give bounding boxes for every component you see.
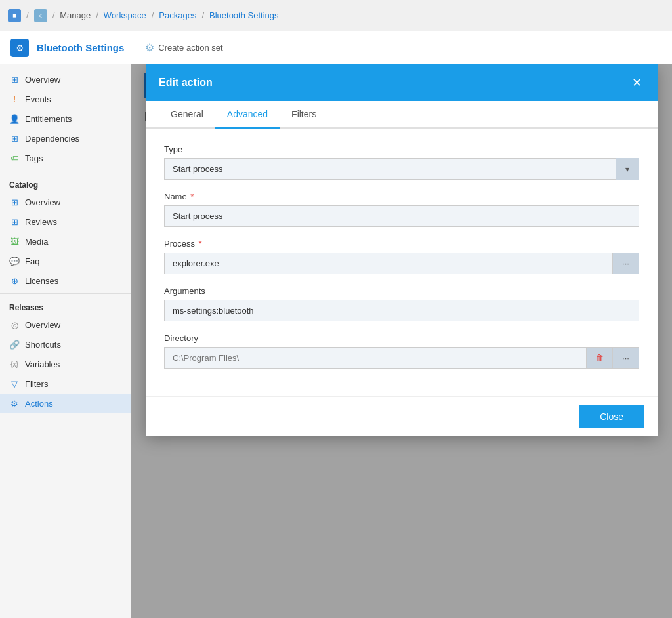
shortcuts-icon: 🔗: [9, 339, 20, 350]
edit-action-modal: Edit action ✕ General Advanced Filters T…: [146, 64, 658, 436]
type-label: Type: [164, 144, 639, 154]
sidebar-item-actions[interactable]: ⚙ Actions: [0, 394, 131, 413]
modal-overlay: Edit action ✕ General Advanced Filters T…: [131, 64, 672, 618]
directory-input-group: 🗑 ···: [164, 347, 639, 369]
sidebar-item-filters[interactable]: ▽ Filters: [0, 374, 131, 394]
sidebar-item-label: Overview: [25, 320, 60, 330]
sidebar-item-media[interactable]: 🖼 Media: [0, 232, 131, 251]
sidebar-item-licenses[interactable]: ⊕ Licenses: [0, 271, 131, 291]
sidebar-item-shortcuts[interactable]: 🔗 Shortcuts: [0, 335, 131, 354]
action-set-icon: ⚙: [145, 41, 154, 54]
sidebar-item-rel-overview[interactable]: ◎ Overview: [0, 315, 131, 335]
arguments-input[interactable]: [164, 300, 639, 321]
sidebar-item-cat-overview[interactable]: ⊞ Overview: [0, 192, 131, 212]
faq-icon: 💬: [9, 256, 20, 266]
app-title: Bluetooth Settings: [37, 42, 124, 53]
create-action-set-button[interactable]: ⚙ Create action set: [145, 41, 222, 54]
sidebar-item-label: Overview: [25, 197, 60, 207]
directory-browse-button[interactable]: ···: [613, 347, 639, 369]
name-label: Name *: [164, 192, 639, 201]
sidebar-item-faq[interactable]: 💬 Faq: [0, 251, 131, 271]
app-icon: ⚙: [10, 39, 29, 57]
variables-icon: {x}: [9, 359, 20, 369]
modal-tab-general[interactable]: General: [159, 101, 215, 129]
process-input-group: ···: [164, 253, 639, 274]
sidebar-item-events[interactable]: ! Events: [0, 89, 131, 109]
sidebar-item-label: Faq: [25, 257, 39, 266]
entitlements-icon: 👤: [9, 113, 20, 124]
process-label: Process *: [164, 239, 639, 249]
filters-icon: ▽: [9, 379, 20, 389]
name-input[interactable]: [164, 205, 639, 227]
type-input[interactable]: [164, 158, 639, 180]
reviews-icon: ⊞: [9, 216, 20, 227]
process-required: *: [196, 239, 202, 249]
sidebar-item-label: Shortcuts: [25, 340, 61, 350]
back-icon[interactable]: ◁: [34, 9, 47, 22]
breadcrumb-workspace[interactable]: Workspace: [104, 10, 146, 20]
sidebar: ⊞ Overview ! Events 👤 Entitlements ⊞ Dep…: [0, 64, 131, 618]
tags-icon: 🏷: [9, 153, 20, 163]
directory-input[interactable]: [164, 347, 587, 369]
directory-btn-group: 🗑 ···: [587, 347, 639, 369]
sidebar-item-label: Overview: [25, 75, 60, 85]
modal-tab-filters[interactable]: Filters: [280, 101, 328, 129]
directory-label: Directory: [164, 333, 639, 343]
sidebar-item-tags[interactable]: 🏷 Tags: [0, 148, 131, 168]
releases-section-label: Releases: [0, 297, 131, 315]
modal-close-button[interactable]: ✕: [629, 75, 644, 91]
sidebar-item-label: Entitlements: [25, 114, 72, 124]
arguments-label: Arguments: [164, 286, 639, 296]
cat-overview-icon: ⊞: [9, 197, 20, 207]
directory-delete-button[interactable]: 🗑: [587, 347, 613, 369]
overview-icon: ⊞: [9, 74, 20, 85]
arguments-form-group: Arguments: [164, 286, 639, 321]
breadcrumb-manage[interactable]: Manage: [60, 10, 91, 20]
actions-icon: ⚙: [9, 398, 20, 409]
name-required: *: [188, 192, 194, 201]
sidebar-item-label: Media: [25, 237, 48, 247]
process-form-group: Process * ···: [164, 239, 639, 274]
sidebar-item-label: Variables: [25, 360, 60, 369]
breadcrumb-current: Bluetooth Settings: [209, 10, 279, 20]
dependencies-icon: ⊞: [9, 133, 20, 144]
sidebar-item-variables[interactable]: {x} Variables: [0, 354, 131, 374]
type-form-group: Type ▾: [164, 144, 639, 180]
sidebar-item-label: Dependencies: [25, 134, 79, 144]
modal-body: Type ▾ Name *: [146, 129, 658, 396]
breadcrumb-packages[interactable]: Packages: [159, 10, 196, 20]
modal-tabs: General Advanced Filters: [146, 101, 658, 129]
sidebar-item-label: Tags: [25, 154, 43, 163]
process-browse-button[interactable]: ···: [613, 253, 639, 274]
catalog-section-label: Catalog: [0, 174, 131, 192]
main-layout: ⊞ Overview ! Events 👤 Entitlements ⊞ Dep…: [0, 64, 672, 618]
process-input[interactable]: [164, 253, 613, 274]
sidebar-item-label: Licenses: [25, 276, 58, 286]
media-icon: 🖼: [9, 236, 20, 247]
modal-header: Edit action ✕: [146, 64, 658, 101]
sidebar-item-dependencies[interactable]: ⊞ Dependencies: [0, 129, 131, 148]
sidebar-item-entitlements[interactable]: 👤 Entitlements: [0, 109, 131, 129]
sidebar-item-overview[interactable]: ⊞ Overview: [0, 70, 131, 89]
action-set-label: Create action set: [158, 43, 222, 52]
sidebar-item-label: Events: [25, 94, 51, 104]
modal-close-btn[interactable]: Close: [579, 405, 644, 428]
modal-footer: Close: [146, 396, 658, 436]
licenses-icon: ⊕: [9, 276, 20, 286]
rel-overview-icon: ◎: [9, 319, 20, 330]
modal-tab-advanced[interactable]: Advanced: [215, 101, 280, 129]
app-header: ⚙ Bluetooth Settings ⚙ Create action set: [0, 31, 672, 64]
type-select-wrap: ▾: [164, 158, 639, 180]
content-area: ▶ ✎ Development Test Acceptance Launch E…: [131, 64, 672, 618]
directory-form-group: Directory 🗑 ···: [164, 333, 639, 369]
modal-title: Edit action: [159, 77, 213, 89]
sidebar-item-label: Reviews: [25, 217, 57, 227]
events-icon: !: [9, 94, 20, 104]
sidebar-item-reviews[interactable]: ⊞ Reviews: [0, 212, 131, 232]
breadcrumb-bar: ■ / ◁ / Manage / Workspace / Packages / …: [0, 0, 672, 31]
name-form-group: Name *: [164, 192, 639, 227]
sidebar-item-label: Actions: [25, 399, 53, 409]
sidebar-item-label: Filters: [25, 379, 48, 389]
home-icon[interactable]: ■: [8, 9, 21, 22]
